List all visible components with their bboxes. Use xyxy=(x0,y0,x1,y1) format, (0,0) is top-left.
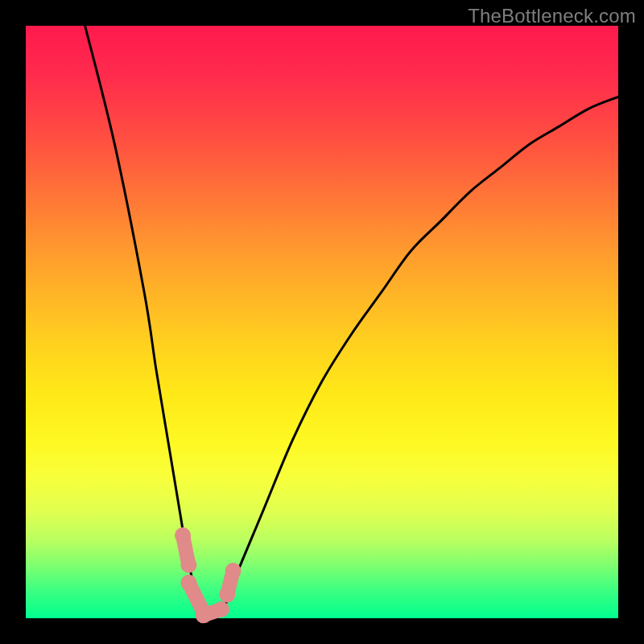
marker-dot xyxy=(219,587,235,603)
chart-svg xyxy=(26,26,618,618)
watermark-text: TheBottleneck.com xyxy=(468,5,636,27)
chart-frame: TheBottleneck.com xyxy=(0,0,644,644)
marker-dot xyxy=(180,557,196,573)
marker-dot xyxy=(175,527,191,543)
highlight-markers xyxy=(175,527,242,623)
marker-dot xyxy=(196,607,212,623)
marker-dot xyxy=(225,563,242,579)
marker-dot xyxy=(213,601,229,617)
marker-dot xyxy=(180,575,196,591)
bottleneck-curve xyxy=(85,26,618,619)
